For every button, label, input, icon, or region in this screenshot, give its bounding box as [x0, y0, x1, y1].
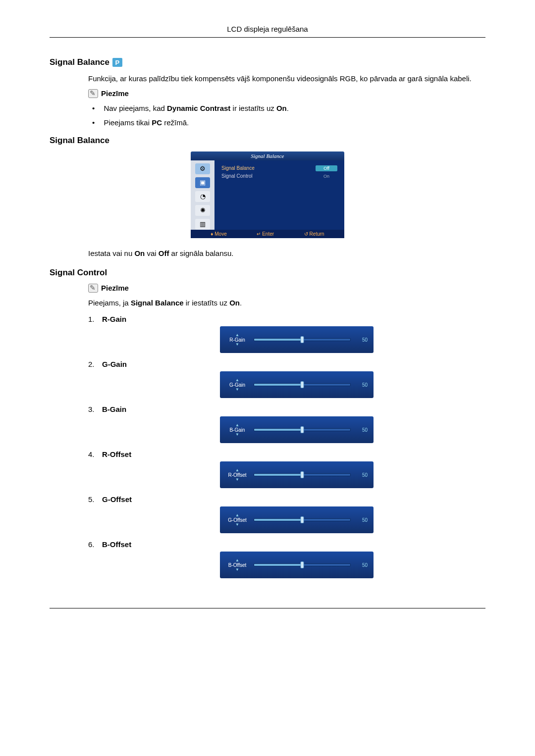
slider-track[interactable]	[254, 473, 351, 476]
slider-number: 4.	[88, 450, 102, 458]
heading-signal-control: Signal Control	[50, 268, 485, 278]
slider-osd-g-gain[interactable]: ▲G-Gain▼50	[220, 371, 374, 398]
slider-control-label: ▲R-Offset▼	[226, 468, 249, 482]
note-label: Piezīme	[101, 284, 129, 292]
slider-number: 6.	[88, 540, 102, 549]
slider-label: G-Offset	[102, 495, 147, 504]
slider-control-label: ▲G-Gain▼	[226, 378, 249, 392]
slider-item-b-gain: 3.B-Gain	[88, 405, 485, 413]
slider-number: 5.	[88, 495, 102, 504]
signal-balance-intro: Funkcija, ar kuras palīdzību tiek kompen…	[88, 73, 485, 84]
page-header: LCD displeja regulēšana	[50, 25, 485, 38]
slider-number: 2.	[88, 360, 102, 368]
heading-signal-balance-sub: Signal Balance	[50, 136, 485, 146]
osd-item-label: Signal Control	[221, 173, 253, 179]
triangle-down-icon: ▼	[235, 523, 239, 527]
triangle-down-icon: ▼	[235, 343, 239, 347]
note-icon	[88, 89, 98, 98]
osd-footer: ♦ Move ↵ Enter ↺ Return	[191, 230, 344, 238]
osd-footer-return: ↺ Return	[304, 231, 324, 237]
note-row: Piezīme	[88, 89, 485, 98]
triangle-down-icon: ▼	[235, 433, 239, 437]
slider-label: B-Gain	[102, 405, 147, 413]
osd-item-signal-balance[interactable]: Signal Balance Off	[221, 165, 337, 171]
slider-label: G-Gain	[102, 360, 147, 368]
triangle-up-icon: ▲	[235, 468, 239, 472]
triangle-up-icon: ▲	[235, 513, 239, 517]
note-icon	[88, 284, 98, 293]
osd-side-picture-icon[interactable]: ▣	[195, 177, 210, 188]
slider-number: 1.	[88, 315, 102, 323]
slider-label: R-Gain	[102, 315, 147, 323]
heading-signal-balance: Signal Balance P	[50, 57, 485, 67]
slider-osd-b-gain[interactable]: ▲B-Gain▼50	[220, 416, 374, 443]
osd-panel: Signal Balance ⚙ ▣ ◔ ✺ ▥ Signal Balance …	[191, 151, 344, 238]
slider-control-label: ▲B-Gain▼	[226, 423, 249, 437]
osd-item-label: Signal Balance	[221, 165, 255, 171]
slider-value: 50	[356, 427, 368, 433]
slider-track[interactable]	[254, 563, 351, 566]
slider-osd-r-gain[interactable]: ▲R-Gain▼50	[220, 326, 374, 353]
osd-side-setup-icon[interactable]: ✺	[195, 205, 210, 216]
triangle-up-icon: ▲	[235, 423, 239, 427]
slider-item-g-offset: 5.G-Offset	[88, 495, 485, 504]
slider-thumb[interactable]	[301, 561, 304, 568]
page-header-text: LCD displeja regulēšana	[227, 25, 308, 33]
osd-item-value: On	[316, 173, 337, 179]
slider-control-label: ▲R-Gain▼	[226, 333, 249, 347]
slider-thumb[interactable]	[301, 471, 304, 478]
heading-signal-balance-text: Signal Balance	[50, 57, 109, 67]
bullet-dynamic-contrast: Nav pieejams, kad Dynamic Contrast ir ie…	[102, 104, 485, 112]
slider-thumb[interactable]	[301, 381, 304, 388]
slider-item-r-gain: 1.R-Gain	[88, 315, 485, 323]
triangle-down-icon: ▼	[235, 388, 239, 392]
slider-value: 50	[356, 382, 368, 388]
slider-control-label: ▲G-Offset▼	[226, 513, 249, 527]
osd-title: Signal Balance	[191, 151, 344, 160]
slider-track[interactable]	[254, 383, 351, 386]
osd-footer-move: ♦ Move	[211, 231, 226, 237]
slider-value: 50	[356, 337, 368, 343]
triangle-down-icon: ▼	[235, 568, 239, 572]
slider-item-b-offset: 6.B-Offset	[88, 540, 485, 549]
signal-control-availability: Pieejams, ja Signal Balance ir iestatīts…	[88, 298, 485, 308]
slider-osd-r-offset[interactable]: ▲R-Offset▼50	[220, 461, 374, 488]
osd-item-signal-control[interactable]: Signal Control On	[221, 173, 337, 179]
note-row-2: Piezīme	[88, 284, 485, 293]
slider-control-label: ▲B-Offset▼	[226, 558, 249, 572]
slider-label: B-Offset	[102, 540, 147, 549]
slider-item-r-offset: 4.R-Offset	[88, 450, 485, 458]
slider-thumb[interactable]	[301, 516, 304, 523]
triangle-up-icon: ▲	[235, 378, 239, 382]
slider-number: 3.	[88, 405, 102, 413]
osd-side-sound-icon[interactable]: ◔	[195, 191, 210, 202]
slider-track[interactable]	[254, 518, 351, 521]
slider-track[interactable]	[254, 338, 351, 341]
note-label: Piezīme	[101, 89, 129, 98]
slider-thumb[interactable]	[301, 426, 304, 433]
triangle-up-icon: ▲	[235, 558, 239, 562]
osd-side-multi-icon[interactable]: ▥	[195, 219, 210, 230]
osd-side-input-icon[interactable]: ⚙	[195, 163, 210, 174]
slider-thumb[interactable]	[301, 336, 304, 343]
osd-sidebar: ⚙ ▣ ◔ ✺ ▥	[191, 160, 214, 230]
slider-value: 50	[356, 472, 368, 478]
slider-osd-b-offset[interactable]: ▲B-Offset▼50	[220, 552, 374, 578]
slider-track[interactable]	[254, 428, 351, 431]
pc-mode-badge-icon: P	[112, 58, 122, 67]
signal-balance-desc: Iestata vai nu On vai Off ar signāla bal…	[88, 248, 485, 259]
osd-item-value: Off	[316, 165, 337, 171]
bullet-pc-only: Pieejams tikai PC režīmā.	[102, 118, 485, 127]
slider-label: R-Offset	[102, 450, 147, 458]
page-footer-line	[50, 608, 485, 608]
triangle-down-icon: ▼	[235, 478, 239, 482]
osd-footer-enter: ↵ Enter	[257, 231, 274, 237]
slider-value: 50	[356, 517, 368, 523]
slider-value: 50	[356, 562, 368, 568]
slider-item-g-gain: 2.G-Gain	[88, 360, 485, 368]
triangle-up-icon: ▲	[235, 333, 239, 337]
slider-osd-g-offset[interactable]: ▲G-Offset▼50	[220, 506, 374, 533]
